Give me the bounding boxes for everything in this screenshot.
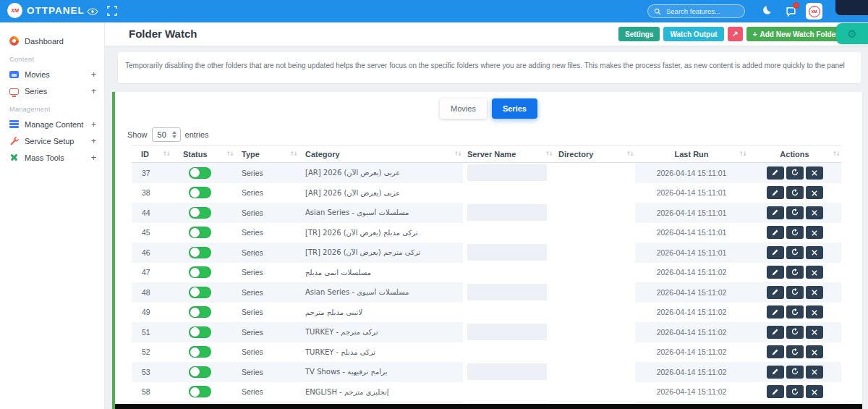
close-icon bbox=[812, 267, 817, 278]
avatar[interactable]: XM bbox=[806, 3, 822, 20]
rescan-button[interactable] bbox=[786, 266, 804, 279]
delete-button[interactable] bbox=[806, 186, 823, 199]
notifications-icon[interactable] bbox=[786, 6, 797, 17]
col-header-category[interactable]: Category bbox=[299, 150, 463, 159]
col-header-id[interactable]: ID bbox=[132, 150, 171, 159]
fullscreen-icon[interactable] bbox=[107, 6, 119, 17]
col-header-actions[interactable]: Actions bbox=[748, 150, 841, 159]
status-toggle[interactable] bbox=[189, 187, 211, 198]
search-input[interactable] bbox=[665, 7, 739, 16]
edit-button[interactable] bbox=[767, 366, 784, 379]
edit-button[interactable] bbox=[767, 226, 784, 239]
eye-icon[interactable] bbox=[87, 6, 98, 17]
sidebar-item-series[interactable]: Series + bbox=[0, 83, 104, 99]
watch-output-button[interactable]: Watch Output bbox=[663, 27, 723, 41]
status-toggle[interactable] bbox=[189, 247, 211, 258]
col-header-server-name[interactable]: Server Name bbox=[463, 150, 554, 159]
sort-icon[interactable] bbox=[833, 151, 839, 157]
toggle-knob bbox=[190, 228, 200, 237]
sort-icon[interactable] bbox=[454, 151, 461, 157]
status-toggle[interactable] bbox=[189, 326, 211, 338]
delete-button[interactable] bbox=[806, 226, 823, 239]
row-id: 38 bbox=[132, 188, 171, 197]
rescan-button[interactable] bbox=[786, 206, 804, 219]
delete-button[interactable] bbox=[806, 326, 823, 339]
rescan-button[interactable] bbox=[786, 286, 804, 299]
sidebar-item-movies[interactable]: Movies + bbox=[0, 66, 104, 83]
sort-icon[interactable] bbox=[626, 151, 633, 157]
row-actions bbox=[748, 366, 841, 379]
rescan-button[interactable] bbox=[786, 385, 804, 398]
sort-icon[interactable] bbox=[226, 151, 233, 157]
col-header-directory[interactable]: Directory bbox=[554, 150, 635, 159]
row-category: عربي (يعرض الآن) 2026 [AR] bbox=[299, 169, 463, 177]
sidebar-item-service-setup[interactable]: Service Setup + bbox=[0, 132, 104, 149]
edit-button[interactable] bbox=[767, 345, 784, 358]
edit-button[interactable] bbox=[767, 166, 784, 180]
row-last-run: 2026-04-14 15:11:02 bbox=[635, 368, 748, 376]
rescan-button[interactable] bbox=[786, 226, 804, 239]
status-toggle[interactable] bbox=[189, 386, 211, 397]
rescan-button[interactable] bbox=[786, 305, 804, 319]
edit-button[interactable] bbox=[767, 266, 784, 279]
row-directory bbox=[554, 263, 635, 283]
tab-movies[interactable]: Movies bbox=[440, 98, 487, 119]
plus-icon: + bbox=[753, 30, 757, 38]
delete-button[interactable] bbox=[806, 305, 823, 319]
delete-button[interactable] bbox=[806, 246, 823, 259]
redacted-value bbox=[467, 363, 547, 380]
col-header-status[interactable]: Status bbox=[171, 150, 235, 159]
edit-button[interactable] bbox=[767, 246, 784, 259]
status-toggle[interactable] bbox=[189, 366, 211, 378]
status-toggle[interactable] bbox=[189, 167, 211, 179]
sort-icon[interactable] bbox=[739, 151, 746, 157]
delete-button[interactable] bbox=[806, 345, 823, 358]
settings-button[interactable]: Settings bbox=[618, 27, 660, 41]
rescan-button[interactable] bbox=[786, 246, 804, 259]
movies-icon bbox=[9, 71, 19, 78]
sidebar-item-mass-tools[interactable]: Mass Tools + bbox=[0, 149, 104, 166]
gear-settings-button[interactable]: ⚙ bbox=[836, 23, 868, 44]
rescan-button[interactable] bbox=[786, 345, 804, 358]
col-header-last-run[interactable]: Last Run bbox=[635, 150, 748, 159]
delete-button[interactable] bbox=[806, 286, 823, 299]
status-toggle[interactable] bbox=[189, 227, 211, 238]
rescan-button[interactable] bbox=[786, 186, 804, 199]
edit-button[interactable] bbox=[767, 326, 784, 339]
row-id: 58 bbox=[132, 387, 171, 396]
rescan-button[interactable] bbox=[786, 166, 804, 180]
delete-button[interactable] bbox=[806, 206, 823, 219]
edit-button[interactable] bbox=[767, 286, 784, 299]
sort-icon[interactable] bbox=[163, 151, 169, 157]
close-icon bbox=[812, 287, 817, 298]
sidebar-item-dashboard[interactable]: Dashboard bbox=[0, 33, 104, 49]
status-toggle[interactable] bbox=[189, 207, 211, 219]
status-toggle[interactable] bbox=[189, 346, 211, 358]
table-row: 48Seriesمسلسلات أسيوى - Asian Series2026… bbox=[132, 282, 841, 303]
col-header-type[interactable]: Type bbox=[235, 150, 299, 159]
edit-button[interactable] bbox=[767, 305, 784, 319]
edit-button[interactable] bbox=[767, 206, 784, 219]
refresh-icon bbox=[791, 287, 799, 298]
dark-mode-icon[interactable] bbox=[761, 5, 773, 17]
delete-button[interactable] bbox=[806, 266, 823, 279]
tab-series[interactable]: Series bbox=[492, 98, 537, 119]
rescan-button[interactable] bbox=[786, 366, 804, 379]
delete-button[interactable] bbox=[806, 366, 823, 379]
export-arrow-button[interactable] bbox=[728, 27, 743, 41]
delete-button[interactable] bbox=[806, 166, 823, 180]
status-toggle[interactable] bbox=[189, 266, 211, 278]
sort-icon[interactable] bbox=[545, 151, 552, 157]
sort-icon[interactable] bbox=[290, 151, 297, 157]
edit-button[interactable] bbox=[767, 385, 784, 398]
page-size-select[interactable]: 50 bbox=[152, 127, 181, 142]
add-new-watch-folder-button[interactable]: + Add New Watch Folder bbox=[746, 27, 845, 41]
edit-button[interactable] bbox=[767, 186, 784, 199]
corner-panel[interactable] bbox=[835, 0, 868, 15]
delete-button[interactable] bbox=[806, 385, 823, 398]
rescan-button[interactable] bbox=[786, 326, 804, 339]
status-toggle[interactable] bbox=[189, 306, 211, 318]
status-toggle[interactable] bbox=[189, 287, 211, 298]
sidebar-item-manage-content[interactable]: Manage Content + bbox=[0, 116, 104, 132]
search-box[interactable] bbox=[647, 4, 745, 18]
